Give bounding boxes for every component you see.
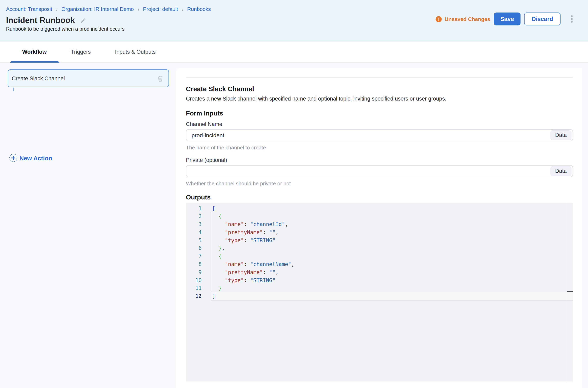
channel-name-label: Channel Name: [186, 121, 573, 127]
edit-title-pencil-icon[interactable]: [81, 18, 86, 23]
breadcrumb-account[interactable]: Account: Transposit: [6, 6, 52, 13]
code-line-10[interactable]: 10 "type": "STRING": [186, 276, 573, 284]
line-number: 4: [186, 229, 202, 237]
form-inputs-heading: Form Inputs: [186, 109, 573, 117]
line-content: }: [211, 284, 573, 292]
line-content: "name": "channelId",: [211, 220, 573, 229]
code-line-11[interactable]: 11 }: [186, 284, 573, 292]
line-number: 12: [186, 292, 202, 301]
breadcrumb-organization[interactable]: Organization: IR Internal Demo: [61, 6, 134, 13]
kebab-menu-icon[interactable]: [569, 13, 575, 25]
editor-scrollbar-thumb[interactable]: [567, 291, 573, 292]
line-number: 1: [186, 204, 202, 213]
top-divider: [186, 77, 573, 77]
detail-panel-wrap: Create Slack Channel Creates a new Slack…: [176, 63, 588, 388]
breadcrumb: Account: Transposit › Organization: IR I…: [0, 0, 588, 13]
line-number: 5: [186, 236, 202, 244]
workflow-steps-panel: Create Slack Channel New Action: [0, 63, 176, 388]
new-action-button[interactable]: New Action: [19, 155, 52, 162]
code-line-2[interactable]: 2 {: [186, 213, 573, 221]
private-help: Whether the channel should be private or…: [186, 180, 573, 187]
line-content: {: [211, 213, 573, 221]
text-cursor: [216, 293, 216, 299]
line-content: "type": "STRING": [211, 236, 573, 244]
page-subtitle: Runbook to be triggered when a prod inci…: [6, 26, 588, 32]
active-tab-indicator: [10, 61, 59, 63]
line-content: "type": "STRING": [211, 276, 573, 284]
line-content: "name": "channelName",: [211, 260, 573, 268]
code-line-1[interactable]: 1[: [186, 204, 573, 213]
save-button[interactable]: Save: [494, 13, 521, 25]
line-number: 2: [186, 213, 202, 221]
code-line-12[interactable]: 12]: [186, 292, 573, 301]
new-action-plus-icon[interactable]: [9, 154, 17, 162]
line-content: [: [211, 204, 573, 213]
line-content: },: [211, 244, 573, 253]
code-line-5[interactable]: 5 "type": "STRING": [186, 236, 573, 244]
discard-button[interactable]: Discard: [524, 13, 561, 25]
action-title: Create Slack Channel: [186, 84, 573, 93]
private-input[interactable]: [186, 165, 573, 177]
unsaved-changes-status: Unsaved Changes: [445, 16, 490, 22]
private-label: Private (optional): [186, 156, 573, 163]
chevron-right-icon: ›: [182, 6, 184, 12]
code-line-9[interactable]: 9 "prettyName": "",: [186, 268, 573, 277]
action-detail-panel: Create Slack Channel Creates a new Slack…: [176, 68, 582, 388]
line-number: 10: [186, 276, 202, 284]
channel-name-input[interactable]: [186, 129, 573, 141]
tab-workflow[interactable]: Workflow: [10, 42, 59, 62]
line-content: "prettyName": "",: [211, 229, 573, 237]
line-number: 11: [186, 284, 202, 292]
code-line-3[interactable]: 3 "name": "channelId",: [186, 220, 573, 229]
tab-bar: Workflow Triggers Inputs & Outputs: [0, 42, 588, 63]
step-connector-line: [13, 88, 14, 91]
breadcrumb-project[interactable]: Project: default: [143, 6, 178, 13]
line-number: 3: [186, 220, 202, 229]
breadcrumb-runbooks[interactable]: Runbooks: [187, 6, 211, 13]
line-number: 6: [186, 244, 202, 253]
tab-inputs-outputs[interactable]: Inputs & Outputs: [103, 42, 168, 62]
chevron-right-icon: ›: [56, 6, 58, 12]
action-description: Creates a new Slack channel with specifi…: [186, 95, 573, 102]
page-header: Account: Transposit › Organization: IR I…: [0, 0, 588, 42]
delete-action-trash-icon[interactable]: [157, 75, 163, 82]
line-number: 7: [186, 253, 202, 261]
code-line-8[interactable]: 8 "name": "channelName",: [186, 260, 573, 268]
action-card-create-slack-channel[interactable]: Create Slack Channel: [8, 70, 169, 87]
line-number: 9: [186, 268, 202, 277]
line-content: "prettyName": "",: [211, 268, 573, 277]
private-data-button[interactable]: Data: [550, 166, 571, 176]
unsaved-alert-icon: !: [436, 16, 442, 22]
chevron-right-icon: ›: [137, 6, 139, 12]
channel-name-data-button[interactable]: Data: [550, 130, 571, 140]
line-content: {: [211, 253, 573, 261]
line-content: ]: [211, 292, 573, 301]
code-line-4[interactable]: 4 "prettyName": "",: [186, 229, 573, 237]
tab-triggers[interactable]: Triggers: [59, 42, 103, 62]
action-card-label: Create Slack Channel: [8, 75, 157, 81]
line-number: 8: [186, 260, 202, 268]
page-title: Incident Runbook: [6, 16, 75, 25]
app-window: Account: Transposit › Organization: IR I…: [0, 0, 588, 388]
channel-name-help: The name of the channel to create: [186, 144, 573, 151]
code-line-7[interactable]: 7 {: [186, 253, 573, 261]
outputs-heading: Outputs: [186, 193, 573, 201]
content-region: Create Slack Channel New Action: [0, 63, 588, 388]
outputs-code-editor[interactable]: 1[2 {3 "name": "channelId",4 "prettyName…: [186, 203, 573, 381]
code-line-6[interactable]: 6 },: [186, 244, 573, 253]
code-lines: 1[2 {3 "name": "channelId",4 "prettyName…: [186, 203, 573, 301]
